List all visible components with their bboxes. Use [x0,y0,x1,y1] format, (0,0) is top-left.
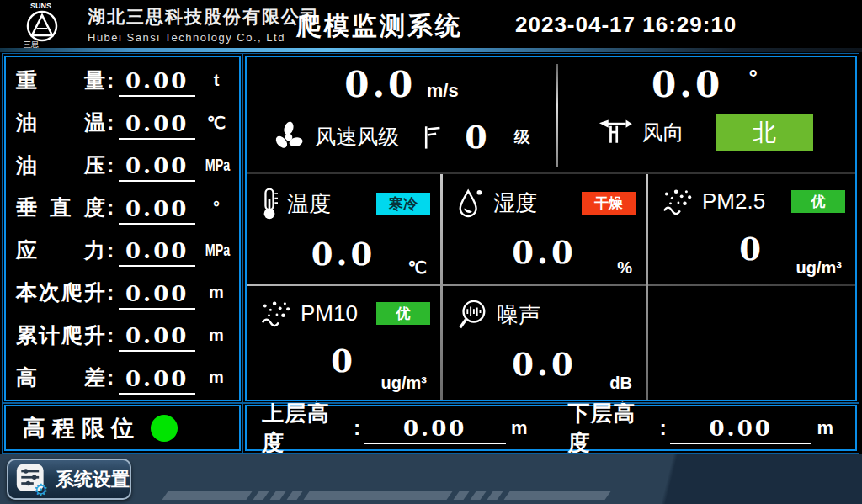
upper-height-group: 上层高度: 0.00 m [262,399,535,458]
temperature-label: 温度 [287,189,331,219]
height-diff-label: 高 差 [16,363,105,391]
header-divider [0,48,862,52]
noise-cell: 噪声 0.0 dB [444,287,644,398]
environment-panel: 0.0 m/s 风速风级 [245,56,857,401]
measurement-row-total-climb: 累计爬升: 0.00 m [9,314,236,357]
dust-icon [662,187,694,215]
svg-text:SUNS: SUNS [30,2,51,10]
thermometer-icon [260,187,279,220]
noise-unit: dB [609,374,632,393]
temperature-unit: ℃ [408,257,427,278]
humidity-status-badge: 干燥 [582,192,636,215]
grid-line [646,174,648,400]
verticality-value: 0.00 [119,196,195,225]
colon: : [107,365,114,390]
measurement-row-oil-temp: 油 温: 0.00 ℃ [9,102,236,145]
pm25-status-badge: 优 [791,190,845,213]
droplet-icon [456,187,485,219]
wind-direction-unit: ° [749,65,758,90]
pm10-status-badge: 优 [376,302,430,325]
wind-level-value: 0 [465,118,487,156]
wind-direction-label: 风向 [642,119,684,146]
wind-direction-label-row: 风向 北 [556,114,853,151]
taskbar: ⚙ 系统设置 [0,454,862,504]
oil-pressure-label: 油 压 [16,151,105,179]
oil-temp-unit: ℃ [200,113,232,133]
weight-value: 0.00 [119,68,195,97]
wind-direction-display: 0.0 ° [556,64,853,105]
upper-height-label: 上层高度 [262,399,352,458]
current-climb-unit: m [200,283,232,302]
humidity-label: 湿度 [493,188,537,218]
colon: : [107,280,114,305]
wind-level-unit: 级 [514,126,530,148]
humidity-unit: % [617,258,632,278]
svg-text:三思: 三思 [24,40,39,48]
height-diff-value: 0.00 [119,366,195,395]
system-settings-button[interactable]: ⚙ 系统设置 [7,459,131,500]
wind-speed-label: 风速风级 [315,123,399,151]
height-diff-unit: m [200,368,232,387]
colon: : [107,238,114,263]
elevation-limit-label: 高程限位 [23,413,141,443]
colon: : [107,195,114,220]
weight-label: 重 量 [16,66,105,94]
oil-pressure-unit: MPa [200,156,232,175]
verticality-label: 垂直度 [16,194,105,221]
colon: : [660,416,667,440]
lower-height-unit: m [817,417,833,439]
weight-unit: t [200,71,232,90]
fan-icon [273,121,305,153]
humidity-value: 0.0 [444,234,644,271]
taskbar-decoration [165,491,608,500]
oil-pressure-value: 0.00 [119,153,195,182]
total-climb-value: 0.00 [119,323,195,352]
logo-mark: SUNS 三思 [19,1,86,48]
grid-line [247,284,855,286]
layer-heights-box: 上层高度: 0.00 m 下层高度: 0.00 m [245,405,857,451]
page-title: 爬模监测系统 [296,9,463,44]
measurement-row-verticality: 垂直度: 0.00 ° [9,187,236,230]
company-name: 湖北三思科技股份有限公司 Hubei Sansi Technology Co.,… [88,5,320,44]
lower-height-group: 下层高度: 0.00 m [568,399,841,458]
wind-direction-value: 0.0 [652,64,723,105]
company-name-cn: 湖北三思科技股份有限公司 [88,5,320,29]
monitoring-screen: SUNS 三思 湖北三思科技股份有限公司 Hubei Sansi Technol… [0,0,862,504]
pm25-cell: PM2.5 优 0 ug/m³ [650,175,854,283]
grid-line [440,174,443,400]
lower-height-value: 0.00 [670,416,812,444]
noise-label: 噪声 [497,300,540,330]
company-logo: SUNS 三思 [19,1,86,48]
wind-speed-unit: m/s [427,80,459,101]
measurement-row-weight: 重 量: 0.00 t [9,59,236,102]
measurement-row-current-climb: 本次爬升: 0.00 m [9,272,236,315]
upper-height-unit: m [511,417,528,439]
colon: : [354,416,360,440]
empty-cell [650,287,854,398]
temperature-cell: 温度 寒冷 0.0 ℃ [248,175,439,283]
oil-temp-value: 0.00 [119,111,195,140]
wind-speed-value: 0.0 [344,64,416,105]
company-name-en: Hubei Sansi Technology Co., Ltd [88,31,320,44]
humidity-cell: 湿度 干燥 0.0 % [444,175,644,283]
colon: : [107,110,114,135]
measurement-row-oil-pressure: 油 压: 0.00 MPa [9,144,236,187]
wind-speed-display: 0.0 m/s [247,64,556,105]
svg-text:⚙: ⚙ [34,480,49,496]
current-climb-label: 本次爬升 [16,279,105,306]
measurement-row-stress: 应 力: 0.00 MPa [9,229,236,272]
pm25-unit: ug/m³ [796,258,842,278]
settings-sliders-icon: ⚙ [15,463,49,496]
colon: : [107,153,114,178]
stress-value: 0.00 [119,238,195,267]
grid-line [247,172,855,174]
noise-icon [456,299,488,331]
stress-label: 应 力 [16,236,105,264]
oil-temp-label: 油 温 [16,109,105,136]
verticality-unit: ° [200,198,232,217]
dust-icon [260,299,292,327]
pm25-label: PM2.5 [702,188,765,215]
measurements-panel: 重 量: 0.00 t 油 温: 0.00 ℃ 油 压: 0.00 MPa 垂直… [4,56,241,401]
stress-unit: MPa [200,241,232,260]
upper-height-value: 0.00 [364,416,506,444]
